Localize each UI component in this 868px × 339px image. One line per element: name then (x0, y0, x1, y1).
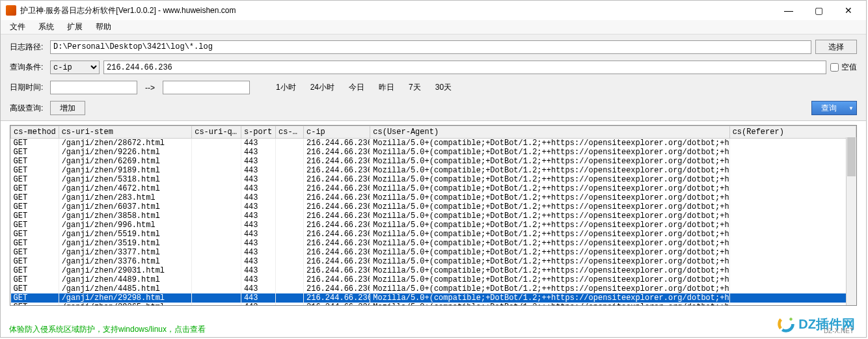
col-ref[interactable]: cs(Referer) (729, 126, 856, 139)
table-row[interactable]: GET/ganji/zhen/28672.html443216.244.66.2… (11, 139, 856, 148)
col-port[interactable]: s-port (241, 126, 275, 139)
table-row[interactable]: GET/ganji/zhen/29265.html443216.244.66.2… (11, 303, 856, 306)
query-button[interactable]: 查询 (811, 101, 857, 115)
status-link[interactable]: 体验防入侵系统区域防护，支持windows/linux，点击查看 (9, 324, 206, 335)
empty-checkbox-input[interactable] (830, 63, 839, 72)
col-cip[interactable]: c-ip (304, 126, 370, 139)
query-value-input[interactable] (103, 61, 826, 74)
window-title: 护卫神·服务器日志分析软件[Ver1.0.0.2] - www.huweishe… (20, 5, 774, 16)
table-row[interactable]: GET/ganji/zhen/6269.html443216.244.66.23… (11, 157, 856, 166)
col-csx[interactable]: cs-… (276, 126, 304, 139)
app-icon (6, 5, 16, 16)
table-row[interactable]: GET/ganji/zhen/3377.html443216.244.66.23… (11, 248, 856, 257)
scroll-thumb[interactable] (847, 137, 856, 176)
select-button[interactable]: 选择 (815, 40, 857, 54)
empty-label: 空值 (841, 62, 857, 73)
col-uri[interactable]: cs-uri-stem (59, 126, 192, 139)
log-path-input[interactable] (50, 40, 811, 54)
logo-sub: DZ-X.NET (824, 327, 854, 334)
log-path-label: 日志路径: (10, 42, 46, 53)
watermark-logo: DZ插件网 DZ-X.NET (776, 314, 855, 334)
menu-help[interactable]: 帮助 (92, 20, 115, 34)
menu-system[interactable]: 系统 (34, 20, 58, 34)
col-method[interactable]: cs-method (11, 126, 59, 139)
table-row[interactable]: GET/ganji/zhen/3376.html443216.244.66.23… (11, 257, 856, 266)
table-row[interactable]: GET/ganji/zhen/9189.html443216.244.66.23… (11, 166, 856, 175)
date-to-input[interactable] (163, 81, 250, 94)
quick-7d[interactable]: 7天 (403, 82, 426, 93)
table-row[interactable]: GET/ganji/zhen/29031.html443216.244.66.2… (11, 266, 856, 275)
table-row[interactable]: GET/ganji/zhen/4485.html443216.244.66.23… (11, 284, 856, 293)
date-from-input[interactable] (50, 81, 137, 94)
table-row[interactable]: GET/ganji/zhen/4672.html443216.244.66.23… (11, 184, 856, 193)
svg-point-2 (790, 318, 793, 321)
table-row[interactable]: GET/ganji/zhen/3858.html443216.244.66.23… (11, 211, 856, 221)
table-row[interactable]: GET/ganji/zhen/283.html443216.244.66.236… (11, 193, 856, 202)
menu-extend[interactable]: 扩展 (63, 20, 87, 34)
scrollbar[interactable] (846, 137, 856, 305)
maximize-button[interactable]: ▢ (804, 1, 834, 20)
adv-query-label: 高级查询: (10, 103, 46, 114)
query-cond-label: 查询条件: (10, 62, 46, 73)
date-label: 日期时间: (10, 82, 46, 93)
col-ua[interactable]: cs(User-Agent) (370, 126, 729, 139)
menu-file[interactable]: 文件 (6, 20, 29, 34)
quick-yesterday[interactable]: 昨日 (373, 82, 400, 93)
close-button[interactable]: ✕ (834, 1, 863, 20)
table-row[interactable]: GET/ganji/zhen/4489.html443216.244.66.23… (11, 275, 856, 284)
quick-today[interactable]: 今日 (344, 82, 370, 93)
table-row[interactable]: GET/ganji/zhen/5519.html443216.244.66.23… (11, 230, 856, 239)
arrow-icon: --> (141, 83, 159, 92)
table-row[interactable]: GET/ganji/zhen/29298.html443216.244.66.2… (11, 293, 856, 303)
quick-30d[interactable]: 30天 (430, 82, 457, 93)
empty-checkbox[interactable]: 空值 (830, 62, 857, 73)
toolbar: 日志路径: 选择 查询条件: c-ip 空值 日期时间: --> 1小时 24小… (1, 34, 866, 121)
field-select[interactable]: c-ip (50, 61, 100, 74)
col-uriq[interactable]: cs-uri-q… (192, 126, 241, 139)
table-row[interactable]: GET/ganji/zhen/6037.html443216.244.66.23… (11, 202, 856, 211)
table-row[interactable]: GET/ganji/zhen/3519.html443216.244.66.23… (11, 239, 856, 248)
results-table: cs-methodcs-uri-stemcs-uri-q…s-portcs-…c… (10, 125, 857, 306)
minimize-button[interactable]: — (774, 1, 804, 20)
quick-24h[interactable]: 24小时 (305, 82, 340, 93)
table-row[interactable]: GET/ganji/zhen/9226.html443216.244.66.23… (11, 148, 856, 157)
table-row[interactable]: GET/ganji/zhen/996.html443216.244.66.236… (11, 221, 856, 230)
menubar: 文件 系统 扩展 帮助 (1, 20, 866, 34)
quick-1h[interactable]: 1小时 (271, 82, 301, 93)
add-button[interactable]: 增加 (50, 101, 85, 115)
table-row[interactable]: GET/ganji/zhen/5318.html443216.244.66.23… (11, 175, 856, 184)
titlebar: 护卫神·服务器日志分析软件[Ver1.0.0.2] - www.huweishe… (1, 1, 866, 20)
